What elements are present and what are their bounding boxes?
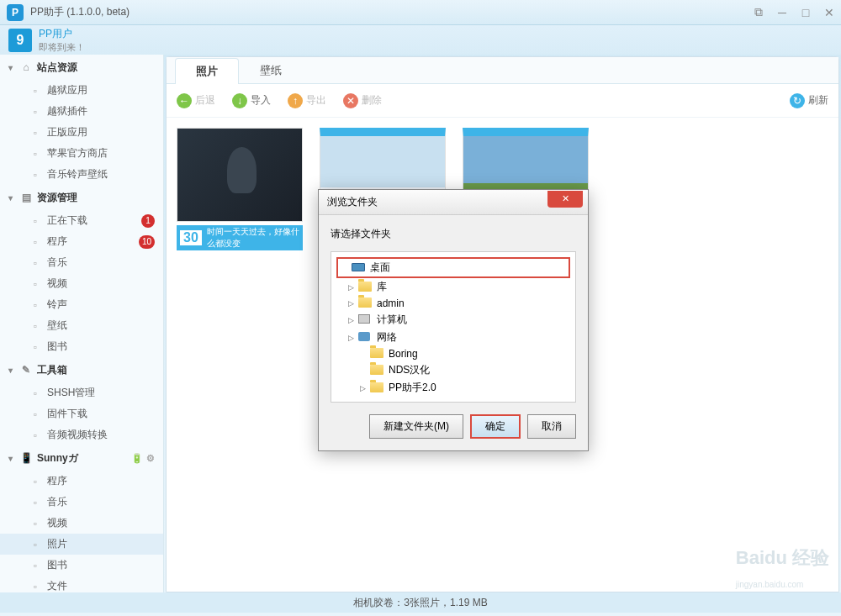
tree-node[interactable]: ▷库 <box>336 278 570 296</box>
item-label: 照片 <box>47 537 67 551</box>
user-name: PP用户 <box>39 27 85 41</box>
sidebar-item[interactable]: ▫音乐铃声壁纸 <box>0 164 163 185</box>
monitor-icon <box>352 262 367 274</box>
item-icon: ▫ <box>29 105 42 118</box>
sidebar-section-header[interactable]: ▾⌂站点资源 <box>0 55 163 80</box>
sidebar-item[interactable]: ▫固件下载 <box>0 403 163 424</box>
item-icon: ▫ <box>29 168 42 182</box>
dialog-buttons: 新建文件夹(M) 确定 取消 <box>331 414 576 439</box>
item-icon: ▫ <box>29 147 42 161</box>
expand-arrow-icon[interactable]: ▷ <box>348 316 358 324</box>
user-avatar-icon[interactable]: 9 <box>8 29 32 52</box>
item-label: 程序 <box>47 474 67 488</box>
tab-wallpapers[interactable]: 壁纸 <box>239 57 303 83</box>
browse-folder-dialog: 浏览文件夹 ✕ 请选择文件夹 桌面▷库▷admin▷计算机▷网络BoringND… <box>318 189 589 451</box>
tree-node[interactable]: ▷网络 <box>336 329 570 346</box>
sidebar-item[interactable]: ▫视频 <box>0 513 163 534</box>
item-label: 视频 <box>47 516 67 530</box>
item-icon: ▫ <box>29 517 42 530</box>
sidebar-section-header[interactable]: ▾✎工具箱 <box>0 357 163 382</box>
item-label: 图书 <box>47 340 67 354</box>
expand-arrow-icon[interactable]: ▷ <box>360 384 370 392</box>
tab-photos[interactable]: 照片 <box>175 58 239 84</box>
close-window-button[interactable]: ✕ <box>817 3 841 23</box>
sidebar-section-header[interactable]: ▾▤资源管理 <box>0 185 163 210</box>
split-icon[interactable]: ⧉ <box>747 3 770 23</box>
watermark: Baidu 经验 jingyan.baidu.com <box>736 545 829 592</box>
item-label: 苹果官方商店 <box>47 146 108 161</box>
battery-icon: 🔋 <box>131 453 143 464</box>
sidebar-section-header[interactable]: ▾📱Sunnyガ🔋⚙ <box>0 445 163 471</box>
sidebar-item[interactable]: ▫图书 <box>0 555 163 576</box>
node-label: admin <box>377 297 405 309</box>
sidebar-item[interactable]: ▫文件 <box>0 576 163 592</box>
ok-button[interactable]: 确定 <box>470 414 521 439</box>
item-icon: ▫ <box>29 84 42 97</box>
expand-arrow-icon[interactable]: ▷ <box>348 299 358 308</box>
sidebar-item[interactable]: ▫SHSH管理 <box>0 382 163 403</box>
item-label: 音乐 <box>47 255 67 270</box>
node-label: 桌面 <box>370 261 390 275</box>
sidebar-item[interactable]: ▫正版应用 <box>0 122 163 143</box>
expand-arrow-icon[interactable]: ▷ <box>348 283 358 292</box>
cancel-button[interactable]: 取消 <box>527 414 576 439</box>
section-icon: ▤ <box>19 190 34 205</box>
gear-icon[interactable]: ⚙ <box>146 453 155 464</box>
item-icon: ▫ <box>29 559 42 572</box>
item-icon: ▫ <box>29 340 42 354</box>
sidebar-item[interactable]: ▫越狱插件 <box>0 101 163 122</box>
maximize-button[interactable]: □ <box>794 3 817 23</box>
new-folder-button[interactable]: 新建文件夹(M) <box>369 414 463 439</box>
back-button[interactable]: ← 后退 <box>177 93 215 108</box>
chevron-down-icon: ▾ <box>8 366 19 375</box>
sidebar: ▾⌂站点资源▫越狱应用▫越狱插件▫正版应用▫苹果官方商店▫音乐铃声壁纸▾▤资源管… <box>0 55 164 592</box>
delete-button[interactable]: ✕ 删除 <box>343 93 382 108</box>
sidebar-item[interactable]: ▫苹果官方商店 <box>0 143 163 164</box>
item-label: 程序 <box>47 234 67 249</box>
sidebar-item[interactable]: ▫图书 <box>0 336 163 357</box>
sidebar-item[interactable]: ▫音乐 <box>0 492 163 513</box>
badge: 10 <box>139 235 155 249</box>
sidebar-item[interactable]: ▫越狱应用 <box>0 80 163 101</box>
item-label: 视频 <box>47 276 67 291</box>
export-icon: ↑ <box>288 93 303 108</box>
window-title: PP助手 (1.1.0.0, beta) <box>30 5 130 19</box>
node-label: 计算机 <box>377 313 407 327</box>
refresh-button[interactable]: ↻ 刷新 <box>790 93 828 108</box>
item-label: 图书 <box>47 558 67 572</box>
computer-icon <box>358 314 373 326</box>
sidebar-item[interactable]: ▫壁纸 <box>0 315 163 336</box>
tree-node[interactable]: 桌面 <box>336 257 570 278</box>
dialog-close-button[interactable]: ✕ <box>547 191 583 208</box>
sidebar-item[interactable]: ▫音乐 <box>0 252 163 273</box>
item-icon: ▫ <box>29 235 42 249</box>
node-label: PP助手2.0 <box>389 381 436 395</box>
sidebar-item[interactable]: ▫铃声 <box>0 294 163 315</box>
section-icon: ⌂ <box>19 60 34 75</box>
sidebar-item[interactable]: ▫程序10 <box>0 231 163 252</box>
sidebar-item[interactable]: ▫程序 <box>0 471 163 492</box>
item-label: 固件下载 <box>47 407 87 421</box>
chevron-down-icon: ▾ <box>8 193 19 203</box>
sidebar-item[interactable]: ▫视频 <box>0 273 163 294</box>
import-button[interactable]: ↓ 导入 <box>232 93 271 108</box>
tree-node[interactable]: Boring <box>336 346 570 361</box>
sidebar-item[interactable]: ▫照片 <box>0 534 163 555</box>
tree-node[interactable]: ▷计算机 <box>336 311 570 329</box>
folder-icon <box>370 382 385 394</box>
folder-tree[interactable]: 桌面▷库▷admin▷计算机▷网络BoringNDS汉化▷PP助手2.0 <box>331 251 576 403</box>
folder-icon <box>358 282 373 293</box>
sidebar-item[interactable]: ▫正在下载1 <box>0 210 163 231</box>
tree-node[interactable]: ▷admin <box>336 296 570 311</box>
tree-node[interactable]: ▷PP助手2.0 <box>336 379 570 397</box>
user-info: PP用户 即将到来！ <box>39 27 85 54</box>
item-label: 壁纸 <box>47 319 67 333</box>
minimize-button[interactable]: ─ <box>770 3 794 23</box>
expand-arrow-icon[interactable]: ▷ <box>348 334 358 342</box>
sidebar-item[interactable]: ▫音频视频转换 <box>0 424 163 445</box>
node-label: NDS汉化 <box>389 363 430 377</box>
tree-node[interactable]: NDS汉化 <box>336 361 570 379</box>
export-button[interactable]: ↑ 导出 <box>288 93 326 108</box>
refresh-icon: ↻ <box>790 93 805 108</box>
photo-thumb[interactable]: 30 时间一天天过去，好像什么都没变 <box>177 128 303 250</box>
